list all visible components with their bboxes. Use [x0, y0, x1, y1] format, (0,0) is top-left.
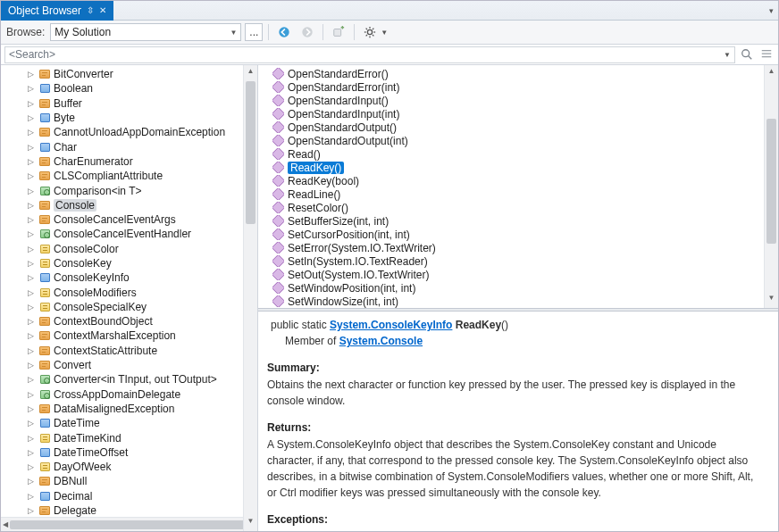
tree-item[interactable]: ▷DateTimeOffset: [1, 445, 257, 460]
expand-icon[interactable]: ▷: [28, 288, 36, 297]
expand-icon[interactable]: ▷: [28, 390, 36, 399]
expand-icon[interactable]: ▷: [28, 99, 36, 108]
member-item[interactable]: SetBufferSize(int, int): [258, 214, 778, 228]
tree-item[interactable]: ▷DayOfWeek: [1, 460, 257, 474]
expand-icon[interactable]: ▷: [28, 477, 36, 486]
tree-item[interactable]: ▷ContextMarshalException: [1, 328, 257, 343]
tree-item[interactable]: ▷Console: [1, 198, 257, 212]
tree-item[interactable]: ▷CLSCompliantAttribute: [1, 169, 257, 183]
member-item[interactable]: Read(): [258, 147, 778, 161]
tree-item[interactable]: ▷Converter<in TInput, out TOutput>: [1, 372, 257, 387]
tree-item[interactable]: ▷ConsoleKey: [1, 256, 257, 270]
tree-item[interactable]: ▷Delegate: [1, 503, 257, 517]
add-reference-button[interactable]: [329, 23, 348, 41]
scrollbar-vertical[interactable]: ▲ ▼: [243, 65, 257, 531]
expand-icon[interactable]: ▷: [28, 434, 36, 443]
scroll-up-icon[interactable]: ▲: [765, 67, 778, 79]
member-item[interactable]: OpenStandardOutput(): [258, 121, 778, 134]
expand-icon[interactable]: ▷: [28, 157, 36, 166]
expand-icon[interactable]: ▷: [28, 506, 36, 515]
expand-icon[interactable]: ▷: [28, 201, 36, 210]
exception-link[interactable]: System.InvalidOperationException: [267, 530, 444, 531]
tree-item[interactable]: ▷ConsoleCancelEventArgs: [1, 212, 257, 227]
member-item[interactable]: SetCursorPosition(int, int): [258, 228, 778, 241]
expand-icon[interactable]: ▷: [28, 143, 36, 152]
expand-icon[interactable]: ▷: [28, 419, 36, 428]
tree-item[interactable]: ▷CharEnumerator: [1, 154, 257, 169]
expand-icon[interactable]: ▷: [28, 245, 36, 254]
tree-item[interactable]: ▷DateTimeKind: [1, 430, 257, 445]
scroll-thumb[interactable]: [246, 81, 255, 224]
member-list[interactable]: OpenStandardError()OpenStandardError(int…: [258, 65, 778, 308]
tree-item[interactable]: ▷Buffer: [1, 96, 257, 111]
member-item[interactable]: OpenStandardOutput(int): [258, 134, 778, 147]
tree-item[interactable]: ▷Boolean: [1, 81, 257, 96]
tree-item[interactable]: ▷ConsoleKeyInfo: [1, 270, 257, 285]
expand-icon[interactable]: ▷: [28, 128, 36, 137]
tree-item[interactable]: ▷CannotUnloadAppDomainException: [1, 125, 257, 139]
declaring-type-link[interactable]: System.Console: [339, 335, 423, 347]
scroll-thumb[interactable]: [10, 520, 248, 529]
expand-icon[interactable]: ▷: [28, 84, 36, 93]
tree-item[interactable]: ▷DBNull: [1, 474, 257, 488]
search-icon[interactable]: [739, 46, 755, 62]
tree-item[interactable]: ▷ConsoleColor: [1, 242, 257, 256]
scrollbar-vertical[interactable]: ▲ ▼: [764, 65, 778, 308]
expand-icon[interactable]: ▷: [28, 361, 36, 370]
tree-item[interactable]: ▷CrossAppDomainDelegate: [1, 387, 257, 402]
return-type-link[interactable]: System.ConsoleKeyInfo: [330, 319, 452, 331]
member-item[interactable]: SetWindowPosition(int, int): [258, 281, 778, 295]
tree-item[interactable]: ▷ConsoleSpecialKey: [1, 300, 257, 314]
tree-item[interactable]: ▷Decimal: [1, 489, 257, 503]
tree-item[interactable]: ▷BitConverter: [1, 67, 257, 81]
search-input[interactable]: <Search> ▼: [4, 46, 735, 63]
back-button[interactable]: [274, 23, 294, 41]
expand-icon[interactable]: ▷: [28, 375, 36, 384]
scrollbar-horizontal[interactable]: ◀ ▶: [1, 517, 257, 531]
member-item[interactable]: OpenStandardError(int): [258, 80, 778, 94]
expand-icon[interactable]: ▷: [28, 113, 36, 122]
member-item[interactable]: SetIn(System.IO.TextReader): [258, 254, 778, 268]
member-item[interactable]: OpenStandardInput(int): [258, 107, 778, 121]
expand-icon[interactable]: ▷: [28, 462, 36, 471]
tree-item[interactable]: ▷ContextStaticAttribute: [1, 344, 257, 358]
expand-icon[interactable]: ▷: [28, 331, 36, 340]
expand-icon[interactable]: ▷: [28, 273, 36, 282]
tree-item[interactable]: ▷ConsoleCancelEventHandler: [1, 227, 257, 241]
expand-icon[interactable]: ▷: [28, 303, 36, 312]
scroll-thumb[interactable]: [766, 119, 776, 244]
tree-item[interactable]: ▷Byte: [1, 111, 257, 125]
member-item[interactable]: ReadKey(bool): [258, 174, 778, 187]
view-toggle-icon[interactable]: [758, 46, 775, 62]
member-item[interactable]: SetOut(System.IO.TextWriter): [258, 268, 778, 281]
member-item[interactable]: SetError(System.IO.TextWriter): [258, 241, 778, 254]
tree-item[interactable]: ▷Convert: [1, 358, 257, 372]
expand-icon[interactable]: ▷: [28, 70, 36, 79]
browse-scope-combo[interactable]: My Solution ▼: [50, 23, 241, 41]
expand-icon[interactable]: ▷: [28, 215, 36, 224]
expand-icon[interactable]: ▷: [28, 171, 36, 180]
tree-item[interactable]: ▷ConsoleModifiers: [1, 285, 257, 299]
settings-button[interactable]: ▼: [360, 23, 388, 41]
forward-button[interactable]: [297, 23, 317, 41]
expand-icon[interactable]: ▷: [28, 187, 36, 195]
expand-icon[interactable]: ▷: [28, 317, 36, 326]
tree-item[interactable]: ▷DataMisalignedException: [1, 402, 257, 416]
scroll-up-icon[interactable]: ▲: [244, 67, 257, 79]
member-item[interactable]: ResetColor(): [258, 201, 778, 214]
expand-icon[interactable]: ▷: [28, 448, 36, 457]
expand-icon[interactable]: ▷: [28, 492, 36, 501]
member-item[interactable]: ReadLine(): [258, 187, 778, 201]
member-item[interactable]: OpenStandardInput(): [258, 94, 778, 107]
expand-icon[interactable]: ▷: [28, 229, 36, 238]
browse-custom-button[interactable]: ...: [245, 23, 263, 41]
scroll-down-icon[interactable]: ▼: [244, 517, 257, 529]
member-item[interactable]: SetWindowSize(int, int): [258, 295, 778, 308]
tree-item[interactable]: ▷DateTime: [1, 416, 257, 430]
tree-item[interactable]: ▷ContextBoundObject: [1, 314, 257, 328]
close-icon[interactable]: ✕: [99, 5, 106, 15]
member-item[interactable]: ReadKey(): [258, 161, 778, 174]
member-item[interactable]: OpenStandardError(): [258, 67, 778, 80]
tree-item[interactable]: ▷Comparison<in T>: [1, 183, 257, 197]
window-tab[interactable]: Object Browser ⇳ ✕: [1, 1, 113, 21]
